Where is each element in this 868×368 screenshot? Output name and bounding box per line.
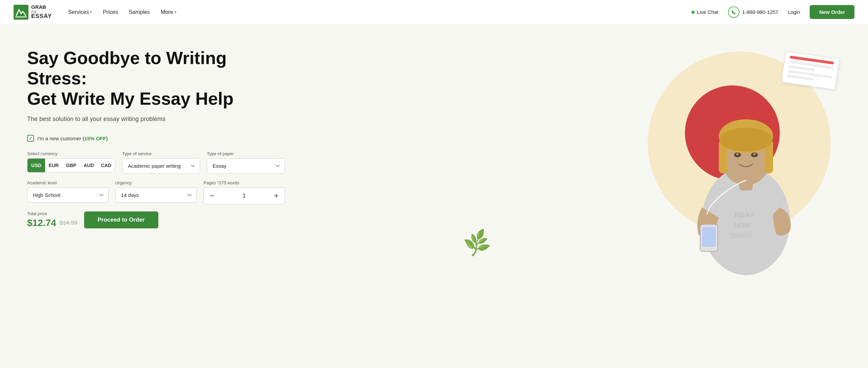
hero-section: Say Goodbye to Writing Stress: Get Write…: [0, 24, 868, 368]
price-current: $12.74: [27, 218, 56, 228]
level-group: Academic level High School Undergraduate…: [27, 180, 108, 204]
proceed-button[interactable]: Proceed to Order: [84, 211, 158, 228]
form-row-1: Select currency USD EUR GBP AUD CAD Type…: [27, 151, 285, 173]
service-label: Type of service: [122, 151, 200, 156]
level-select[interactable]: High School Undergraduate Master's PhD: [27, 187, 108, 203]
urgency-select[interactable]: 14 days 10 days 7 days 5 days 3 days 48 …: [115, 187, 197, 203]
svg-rect-0: [14, 5, 28, 20]
total-label: Total price: [27, 211, 77, 216]
svg-point-10: [719, 128, 772, 151]
price-original: $14.99: [60, 220, 77, 226]
logo-icon: [14, 5, 28, 20]
urgency-label: Urgency: [115, 180, 197, 185]
currency-aud[interactable]: AUD: [80, 159, 98, 172]
form-row-2: Academic level High School Undergraduate…: [27, 180, 285, 204]
level-label: Academic level: [27, 180, 108, 185]
currency-eur[interactable]: EUR: [45, 159, 63, 172]
chevron-down-icon: ▾: [175, 10, 176, 14]
hero-subtitle: The best solution to all your essay writ…: [27, 116, 224, 123]
svg-rect-16: [702, 227, 716, 247]
live-chat-label: Live Chat: [697, 9, 718, 15]
phone-number: 1-888-980-1257: [742, 9, 778, 15]
currency-usd[interactable]: USD: [27, 159, 45, 172]
paper-type-group: Type of paper Essay Research Paper Term …: [207, 151, 285, 173]
price-wrap: $12.74 $14.99: [27, 218, 77, 228]
total-row: Total price $12.74 $14.99 Proceed to Ord…: [27, 211, 285, 228]
phone-button[interactable]: 1-888-980-1257: [728, 6, 778, 18]
new-customer-label: I'm a new customer (15% OFF): [37, 136, 108, 141]
decrement-pages-button[interactable]: −: [204, 188, 220, 204]
nav-prices[interactable]: Prices: [103, 9, 118, 15]
logo[interactable]: GRAB my ESSAY: [14, 4, 52, 19]
currency-label: Select currency: [27, 151, 115, 156]
service-select[interactable]: Academic paper writing Editing & Proofre…: [122, 158, 200, 173]
hero-content: Say Goodbye to Writing Stress: Get Write…: [27, 45, 475, 228]
live-chat-button[interactable]: Live Chat: [691, 9, 718, 15]
new-customer-row: ✓ I'm a new customer (15% OFF): [27, 135, 475, 142]
paper-type-label: Type of paper: [207, 151, 285, 156]
live-indicator: [691, 11, 695, 14]
svg-text:NOW: NOW: [734, 222, 751, 229]
new-customer-checkbox[interactable]: ✓: [27, 135, 34, 142]
svg-text:RDAY: RDAY: [734, 211, 755, 219]
svg-point-13: [736, 153, 739, 156]
paper-type-select[interactable]: Essay Research Paper Term Paper Coursewo…: [207, 158, 285, 173]
svg-text:TOMOR: TOMOR: [730, 232, 753, 239]
nav-samples[interactable]: Samples: [129, 9, 150, 15]
login-button[interactable]: Login: [788, 9, 800, 15]
currency-group: Select currency USD EUR GBP AUD CAD: [27, 151, 115, 173]
leaf-icon: 🌿: [461, 227, 493, 258]
chevron-down-icon: ▾: [90, 10, 92, 14]
pages-counter: − 1 +: [203, 187, 285, 204]
check-icon: ✓: [29, 136, 33, 141]
pages-value: 1: [220, 193, 268, 199]
logo-essay: ESSAY: [31, 13, 52, 20]
discount-label: (15% OFF): [83, 136, 108, 141]
site-header: GRAB my ESSAY Services ▾ Prices Samples …: [0, 0, 868, 24]
order-form: Select currency USD EUR GBP AUD CAD Type…: [27, 151, 285, 228]
phone-icon: [728, 6, 739, 18]
urgency-group: Urgency 14 days 10 days 7 days 5 days 3 …: [115, 180, 197, 204]
nav-services[interactable]: Services ▾: [68, 9, 92, 15]
person-svg: RDAY NOW TOMOR: [675, 58, 817, 275]
svg-point-14: [753, 153, 756, 156]
pages-label: Pages *275 words: [203, 180, 285, 185]
pages-group: Pages *275 words − 1 +: [203, 180, 285, 204]
nav-more[interactable]: More ▾: [161, 9, 176, 15]
currency-selector: USD EUR GBP AUD CAD: [27, 158, 115, 172]
hero-heading: Say Goodbye to Writing Stress: Get Write…: [27, 48, 264, 109]
currency-cad[interactable]: CAD: [97, 159, 115, 172]
hero-illustration: 🌿 RDAY NOW TOMOR: [475, 45, 841, 282]
new-order-button[interactable]: New Order: [810, 5, 854, 19]
increment-pages-button[interactable]: +: [268, 188, 284, 204]
service-group: Type of service Academic paper writing E…: [122, 151, 200, 173]
header-right: Live Chat 1-888-980-1257 Login New Order: [691, 5, 854, 19]
currency-gbp[interactable]: GBP: [62, 159, 80, 172]
total-price-group: Total price $12.74 $14.99: [27, 211, 77, 228]
main-nav: Services ▾ Prices Samples More ▾: [68, 9, 691, 15]
